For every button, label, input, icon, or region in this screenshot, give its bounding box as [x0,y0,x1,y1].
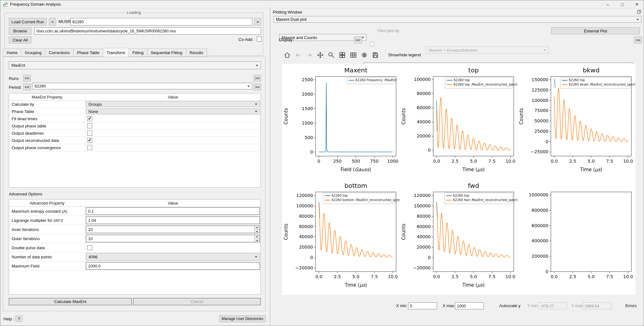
svg-text:−20000: −20000 [295,265,313,270]
subplot-cell: 0.02.55.07.510.0020000400006000080000100… [400,64,518,179]
previous-run-button[interactable]: < [49,18,56,25]
tab-results[interactable]: Results [186,48,207,57]
display-prev-button[interactable]: << [354,37,362,43]
file-path-input[interactable] [34,27,261,35]
property-label: Output reconstructed data [9,137,85,144]
save-icon[interactable] [371,51,380,59]
plot-Maxent[interactable]: 0250500750100005001000150020002500Maxent… [282,64,400,179]
property-label: Outer Iterations [9,234,85,243]
xmin-input[interactable] [408,302,437,309]
value-input[interactable]: 10 [86,235,260,242]
close-button[interactable]: × [630,0,644,8]
external-plot-button[interactable]: External Plot [551,27,640,34]
value-input[interactable]: 10 [86,226,260,233]
svg-text:1000: 1000 [387,159,399,164]
svg-text:5.0: 5.0 [588,159,595,164]
value-input[interactable]: 1.04 [86,216,260,224]
pan-icon[interactable] [316,51,325,59]
table-row: Output reconstructed data [9,137,260,144]
manage-user-directories-button[interactable]: Manage User Directories [219,315,266,322]
browse-button[interactable]: Browse [9,27,31,35]
property-label: Inner Iterations [9,225,85,234]
svg-text:5.0: 5.0 [352,274,359,279]
plot-bottom[interactable]: 0.02.55.07.510.0−20000020000400006000080… [282,179,400,295]
value-checkbox[interactable] [87,138,92,143]
spinner-buttons[interactable] [254,226,260,233]
value-select[interactable]: Groups [86,101,260,107]
svg-text:80000: 80000 [417,214,431,219]
tab-phase-table[interactable]: Phase Table [74,48,103,57]
value-checkbox[interactable] [87,123,92,128]
xmax-input[interactable] [455,302,484,309]
svg-text:bottom: bottom [344,182,367,189]
table-row: Number of data points4096 [9,252,260,261]
period-next-button[interactable]: >> [254,84,261,90]
plot-empty[interactable]: 0.02.55.07.510.0020000040000060000080000… [518,179,635,295]
tab-grouping[interactable]: Grouping [21,48,45,57]
next-run-button[interactable]: > [254,18,261,25]
spinner-buttons[interactable] [254,235,260,242]
load-current-run-button[interactable]: Load Current Run [9,18,47,25]
chevron-down-icon [255,104,257,105]
help-button[interactable]: ? [15,316,22,322]
coadd-checkbox[interactable] [257,37,262,42]
period-label: Period: [9,85,22,90]
plot-top[interactable]: 0.02.55.07.510.0020000400006000080000100… [400,64,518,179]
restore-icon[interactable] [637,10,641,14]
svg-text:0: 0 [428,255,431,260]
subplot-cell: 0.02.55.07.510.0020000040000060000080000… [518,179,635,295]
value-checkbox[interactable] [87,245,92,250]
calculate-maxent-button[interactable]: Calculate MaxEnt [9,298,132,305]
plot-bkwd[interactable]: 0.02.55.07.510.0−25000025000500007500010… [518,64,635,179]
zoom-icon[interactable] [327,51,336,59]
value-input[interactable]: 1000.0 [86,262,260,270]
cancel-button[interactable]: Cancel [133,298,261,305]
forward-icon[interactable] [305,51,314,59]
value-checkbox[interactable] [87,145,92,150]
svg-text:60000: 60000 [417,105,431,110]
figure-canvas[interactable]: 0250500750100005001000150020002500Maxent… [282,64,636,295]
runs-select[interactable]: 62260 [32,83,252,89]
plot-type-value: Maxent Dual plot [276,17,307,22]
runs-prev-button[interactable]: << [23,75,31,82]
plot-fwd[interactable]: 0.02.55.07.510.0−20000020000400006000080… [400,179,518,295]
tab-corrections[interactable]: Corrections [45,48,73,57]
svg-text:120000: 120000 [414,193,431,198]
maximize-button[interactable]: □ [615,0,630,8]
tab-home[interactable]: Home [3,48,21,57]
tiled-plot-checkbox[interactable] [370,42,374,47]
svg-text:fwd: fwd [468,182,479,189]
value-select[interactable]: None [86,109,260,114]
svg-text:20000: 20000 [299,244,313,250]
value-checkbox[interactable] [87,116,92,121]
period-prev-button[interactable]: << [23,84,31,90]
home-icon[interactable] [283,51,292,59]
minimize-button[interactable]: – [601,0,615,8]
spin-down-icon [255,230,260,233]
value-select[interactable]: 4096 [86,253,260,261]
svg-text:bkwd: bkwd [583,66,599,74]
value-checkbox[interactable] [87,131,92,136]
svg-text:0.0: 0.0 [551,159,557,164]
svg-text:20000: 20000 [417,244,431,250]
plot-type-select[interactable]: Maxent Dual plot [273,16,641,23]
settings-icon[interactable] [360,51,369,59]
legend-toggle-button[interactable]: Show/hide legend [388,53,421,58]
svg-text:62260 bottom ;MaxEnt_reconstru: 62260 bottom ;MaxEnt_reconstructed_spect… [332,198,400,202]
back-icon[interactable] [294,51,303,59]
clear-all-button[interactable]: Clear All [9,37,31,43]
value-input[interactable]: 0.1 [86,207,260,215]
subplot-cell: 0.02.55.07.510.0−20000020000400006000080… [282,179,400,295]
chevron-down-icon [256,65,258,66]
tab-transform[interactable]: Transform [103,48,129,57]
run-number-input[interactable] [70,18,252,25]
method-select[interactable]: MaxEnt [9,61,261,69]
tab-fitting[interactable]: Fitting [129,48,147,57]
svg-text:7.5: 7.5 [489,274,496,279]
tab-sequential-fitting[interactable]: Sequential Fitting [147,48,186,57]
tile-icon[interactable] [338,51,347,59]
svg-text:40000: 40000 [417,234,431,239]
subplots-icon[interactable] [349,51,358,59]
display-next-button[interactable]: >> [634,37,642,43]
runs-next-button[interactable]: >> [254,75,261,82]
